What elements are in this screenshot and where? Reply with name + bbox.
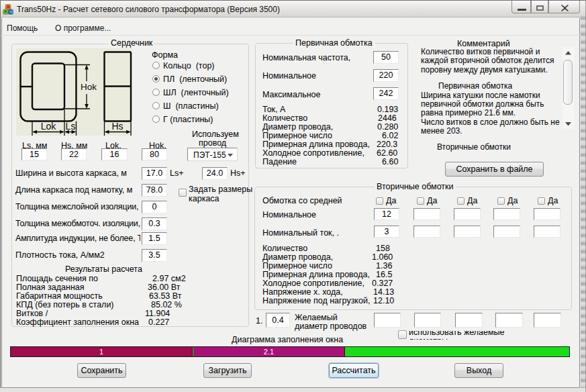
svg-text:Ls: Ls bbox=[66, 121, 76, 132]
svg-text:Hs: Hs bbox=[111, 121, 123, 132]
svg-text:Lok: Lok bbox=[41, 121, 57, 132]
svg-text:Hok: Hok bbox=[81, 82, 97, 92]
